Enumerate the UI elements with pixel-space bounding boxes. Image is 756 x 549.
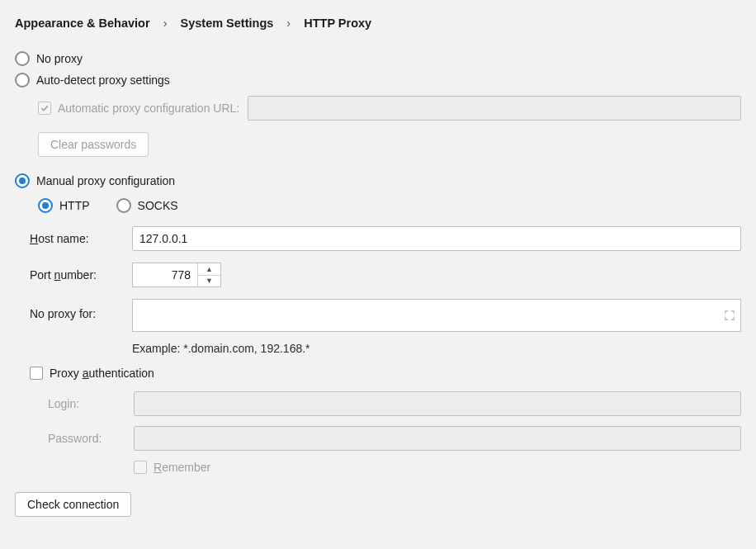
radio-http[interactable] (38, 198, 53, 213)
radio-manual-label[interactable]: Manual proxy configuration (36, 174, 175, 187)
no-proxy-for-input[interactable] (132, 299, 741, 332)
port-number-value[interactable]: 778 (133, 263, 197, 286)
spinner-up-icon[interactable]: ▲ (198, 263, 220, 275)
radio-socks[interactable] (116, 198, 131, 213)
chevron-right-icon: › (154, 17, 177, 30)
chevron-right-icon: › (276, 17, 300, 30)
radio-socks-label[interactable]: SOCKS (138, 199, 178, 212)
no-proxy-for-example: Example: *.domain.com, 192.168.* (132, 342, 741, 355)
breadcrumb-item-3: HTTP Proxy (304, 17, 371, 30)
breadcrumb-item-2: System Settings (181, 17, 274, 30)
checkbox-remember (134, 461, 147, 474)
checkbox-auto-url (38, 102, 51, 115)
host-name-label: Host name: (30, 232, 125, 245)
no-proxy-for-label: No proxy for: (30, 299, 125, 320)
radio-no-proxy[interactable] (15, 51, 30, 66)
checkbox-auto-url-label: Automatic proxy configuration URL: (58, 102, 239, 115)
checkbox-proxy-auth[interactable] (30, 367, 43, 380)
breadcrumb-item-1: Appearance & Behavior (15, 17, 150, 30)
expand-icon[interactable] (722, 302, 737, 329)
port-number-label: Port number: (30, 268, 125, 282)
login-input (134, 391, 741, 416)
auto-url-input (248, 96, 741, 121)
breadcrumb: Appearance & Behavior › System Settings … (15, 17, 741, 30)
clear-passwords-button: Clear passwords (38, 132, 149, 157)
login-label: Login: (48, 397, 127, 410)
password-input (134, 426, 741, 451)
port-number-spinner[interactable]: 778 ▲ ▼ (132, 263, 221, 287)
checkbox-proxy-auth-label[interactable]: Proxy authentication (50, 367, 154, 380)
radio-auto-detect-label[interactable]: Auto-detect proxy settings (36, 73, 170, 87)
spinner-down-icon[interactable]: ▼ (198, 275, 220, 287)
password-label: Password: (48, 432, 127, 445)
radio-manual[interactable] (15, 173, 30, 188)
radio-no-proxy-label[interactable]: No proxy (36, 52, 83, 65)
checkbox-remember-label: Remember (154, 461, 210, 474)
host-name-input[interactable] (132, 226, 741, 251)
radio-http-label[interactable]: HTTP (59, 199, 90, 212)
radio-auto-detect[interactable] (15, 73, 30, 88)
check-connection-button[interactable]: Check connection (15, 492, 131, 517)
